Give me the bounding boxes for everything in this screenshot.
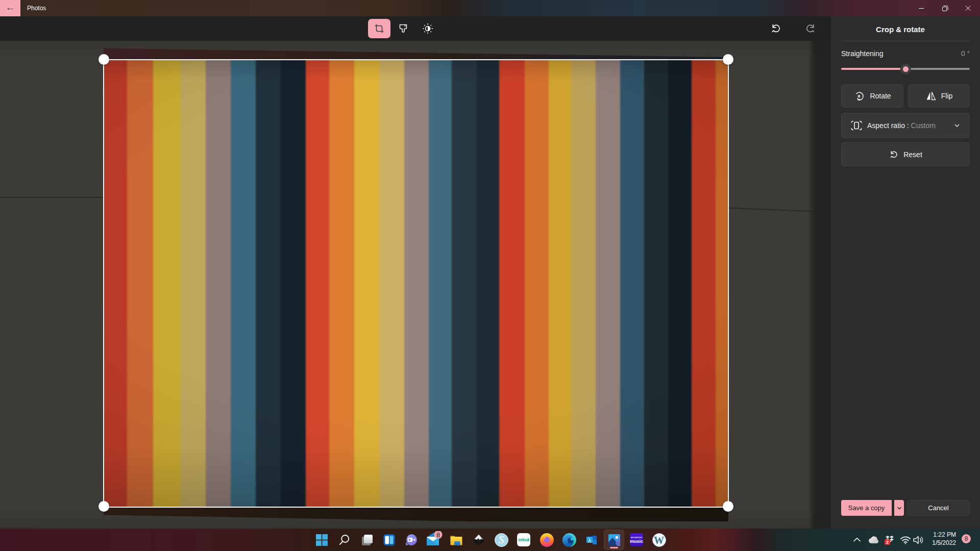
svg-text:8: 8 [436, 531, 440, 539]
svg-text:2: 2 [886, 540, 889, 545]
svg-text:λ: λ [588, 537, 591, 543]
